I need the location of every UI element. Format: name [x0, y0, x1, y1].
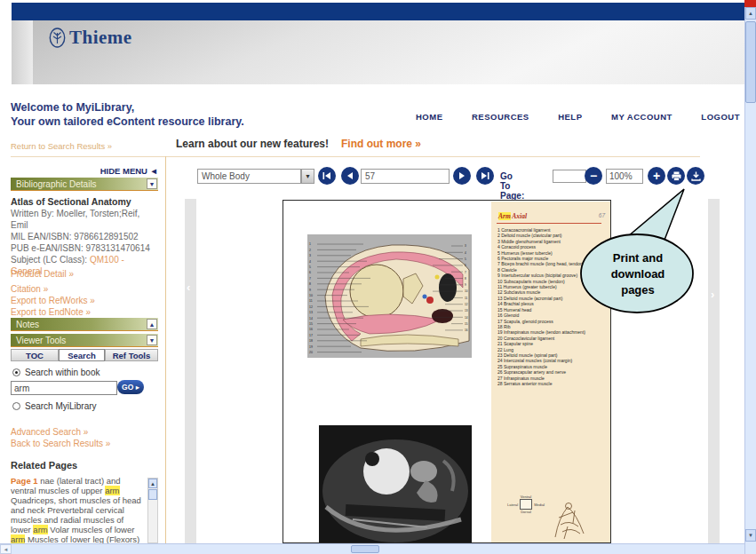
page-header-term: Arm [498, 212, 511, 220]
first-page-button[interactable] [318, 167, 336, 185]
return-to-search-link[interactable]: Return to Search Results » [11, 141, 112, 151]
tab-search[interactable]: Search [59, 349, 105, 361]
search-within-book-option[interactable]: Search within book [12, 368, 100, 377]
orientation-diagram: Ventral Lateral Medial Dorsal [505, 495, 546, 514]
svg-text:5: 5 [465, 257, 466, 261]
product-detail-link[interactable]: Product Detail » [11, 269, 74, 279]
brand-name: Thieme [69, 27, 132, 49]
svg-text:4: 4 [309, 260, 311, 264]
viewer-tools-label: Viewer Tools [16, 336, 66, 345]
section-select[interactable]: Whole Body [197, 169, 301, 184]
book-mil-ean: MIL EAN/ISBN: 9786612891502 [11, 231, 155, 242]
download-icon [690, 170, 702, 182]
advanced-search-link[interactable]: Advanced Search » [11, 427, 88, 437]
brand-panel-shadow [12, 20, 33, 84]
svg-text:20: 20 [309, 351, 313, 354]
orientation-right: Medial [534, 503, 545, 507]
hide-menu-button[interactable]: HIDE MENU ◄ [11, 166, 158, 176]
svg-text:13: 13 [309, 311, 313, 314]
nav-item-my-account[interactable]: MY ACCOUNT [611, 112, 672, 122]
notes-header: Notes ▲ [11, 318, 158, 331]
related-page-link[interactable]: Page 1 [11, 476, 38, 486]
citation-link[interactable]: Citation » [11, 284, 48, 294]
print-callout-text: Print and download pages [599, 250, 677, 298]
find-out-more-link[interactable]: Find out more » [341, 138, 421, 150]
tab-toc[interactable]: TOC [11, 349, 59, 361]
vscroll-thumb[interactable] [745, 21, 756, 103]
export-endnote-link[interactable]: Export to EndNote » [11, 307, 91, 317]
export-refworks-link[interactable]: Export to RefWorks » [11, 296, 95, 305]
last-page-button[interactable] [476, 167, 494, 185]
subject-label: Subject (LC Class): [11, 255, 87, 265]
search-mylibrary-label: Search MyiLibrary [25, 401, 97, 411]
related-pages-heading: Related Pages [11, 460, 77, 471]
book-page: 1234567891011121314151617181920 34567891… [283, 200, 611, 543]
horizontal-scrollbar[interactable]: ◄ [0, 543, 744, 554]
page-header: Arm Axial [498, 212, 527, 220]
highlighted-term: arm [11, 534, 25, 543]
top-navy-bar [12, 3, 756, 20]
viewer-tools-toggle-icon[interactable]: ▼ [147, 335, 157, 345]
related-pages-scrollbar[interactable]: ▲ [147, 478, 158, 543]
subject-code-link[interactable]: QM100 [90, 255, 119, 265]
book-info: Atlas of Sectional Anatomy Written By: M… [11, 196, 155, 277]
svg-text:8: 8 [465, 277, 466, 281]
goto-page-input[interactable] [553, 170, 586, 183]
brand-panel: Thieme [33, 20, 747, 84]
notes-toggle-icon[interactable]: ▲ [147, 319, 157, 329]
bibliographic-details-header: Bibliographic Details ▼ [11, 178, 158, 191]
section-select-arrow-button[interactable]: ▼ [301, 169, 314, 184]
sidebar-tabs: TOCSearchRef Tools [11, 349, 158, 363]
go-button[interactable]: GO ▸ [117, 380, 144, 394]
search-input[interactable] [11, 381, 117, 395]
svg-text:16: 16 [465, 328, 468, 332]
goto-page-label: Go To Page: [500, 171, 524, 201]
vscroll-up-icon[interactable]: ▲ [745, 7, 756, 20]
plus-icon: + [653, 169, 660, 183]
main-nav: HOMERESOURCESHELPMY ACCOUNTLOGOUT [416, 112, 740, 122]
hscroll-thumb[interactable] [351, 545, 379, 553]
features-text: Learn about our new features! [176, 138, 329, 150]
hscroll-left-icon[interactable]: ◄ [0, 544, 12, 554]
nav-item-logout[interactable]: LOGOUT [701, 112, 740, 122]
bibliographic-details-label: Bibliographic Details [16, 179, 97, 189]
mri-image [319, 425, 472, 543]
nav-item-help[interactable]: HELP [558, 112, 582, 122]
related-scroll-up-icon[interactable]: ▲ [148, 479, 157, 488]
svg-text:13: 13 [465, 309, 468, 313]
nav-item-resources[interactable]: RESOURCES [472, 112, 529, 122]
svg-text:8: 8 [309, 282, 311, 286]
svg-text:14: 14 [309, 317, 313, 321]
highlighted-term: arm [105, 486, 119, 495]
chevron-left-icon: ‹ [187, 281, 190, 294]
biblio-toggle-icon[interactable]: ▼ [147, 178, 157, 189]
related-scroll-thumb[interactable] [148, 489, 157, 500]
book-pub-ean: PUB e-EAN/ISBN: 9783131470614 [11, 242, 155, 254]
vertical-scrollbar[interactable]: ▲ ▼ [744, 0, 756, 554]
related-pages-text: Page 1 nae (lateral tract) and ventral m… [11, 476, 144, 543]
triangle-left-icon: ◄ [150, 166, 158, 176]
svg-text:4: 4 [465, 251, 466, 255]
book-author: Written By: Moeller, Torsten;Reif, Emil [11, 208, 155, 231]
content-divider [11, 156, 700, 157]
svg-text:9: 9 [309, 289, 311, 292]
page-number-input[interactable] [361, 169, 450, 184]
radio-search-within-book[interactable] [12, 368, 20, 376]
radio-search-mylibrary[interactable] [12, 402, 20, 410]
next-page-button[interactable] [453, 167, 471, 185]
welcome-heading: Welcome to MyiLibrary, Your own tailored… [11, 100, 244, 129]
vscroll-down-icon[interactable]: ▼ [745, 529, 756, 542]
prev-page-strip[interactable]: ‹ [185, 199, 196, 543]
tab-ref-tools[interactable]: Ref Tools [105, 349, 158, 361]
prev-page-button[interactable] [341, 167, 359, 185]
svg-text:3: 3 [309, 254, 311, 257]
last-page-icon [480, 170, 490, 181]
svg-text:2: 2 [309, 249, 311, 252]
search-mylibrary-option[interactable]: Search MyiLibrary [12, 401, 97, 411]
back-to-search-results-link[interactable]: Back to Search Results » [11, 439, 110, 448]
go-button-label: GO [122, 383, 133, 392]
svg-text:10: 10 [309, 294, 313, 297]
nav-item-home[interactable]: HOME [416, 112, 443, 122]
orientation-left: Lateral [507, 503, 518, 507]
svg-text:15: 15 [465, 322, 468, 326]
